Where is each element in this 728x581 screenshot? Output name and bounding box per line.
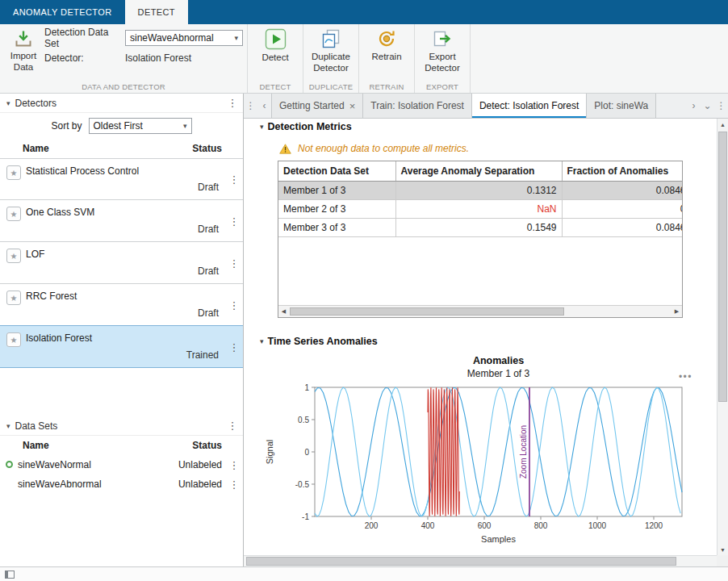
dataset-name: sineWaveNormal [18, 459, 91, 470]
document-tab[interactable]: Train: Isolation Forest [363, 94, 472, 118]
detectors-panel-header[interactable]: ▾ Detectors ⋮ [0, 94, 243, 113]
hscroll-thumb[interactable] [290, 307, 564, 316]
time-series-anomalies-section-header[interactable]: ▾ Time Series Anomalies [260, 336, 717, 347]
chevron-down-icon: ▾ [183, 122, 187, 130]
metrics-cell: 0 [562, 200, 682, 219]
dataset-name: sineWaveAbnormal [18, 479, 102, 490]
datasets-panel-title: Data Sets [15, 420, 227, 432]
detector-name: LOF [26, 249, 44, 260]
collapse-arrow-icon: ▾ [6, 99, 10, 107]
metrics-column-header[interactable]: Average Anomaly Separation [395, 161, 562, 182]
metrics-cell: NaN [395, 200, 562, 219]
main-horizontal-scrollbar[interactable] [244, 555, 717, 566]
anomalies-plot-axes[interactable]: 20040060080010001200-1-0.500.51Zoom Loca… [260, 379, 702, 547]
export-detector-button[interactable]: Export Detector [422, 28, 462, 74]
sort-by-dropdown[interactable]: Oldest First ▾ [89, 118, 192, 134]
detect-play-icon [265, 28, 287, 50]
detector-list-item[interactable]: ★ RRC Forest Draft ⋮ [0, 284, 243, 326]
collapse-arrow-icon: ▾ [260, 123, 264, 131]
status-bar [0, 566, 728, 581]
dataset-item-menu-icon[interactable]: ⋮ [228, 479, 240, 490]
dataset-list-item[interactable]: sineWaveNormal Unlabeled ⋮ [0, 455, 243, 474]
detector-list-item[interactable]: ★ LOF Draft ⋮ [0, 242, 243, 284]
detect-button[interactable]: Detect [255, 28, 295, 63]
favorite-star-icon: ★ [6, 207, 21, 221]
detector-list-item[interactable]: ★ Statistical Process Control Draft ⋮ [0, 158, 243, 200]
metrics-table-widget: Detection Data SetAverage Anomaly Separa… [278, 161, 683, 318]
collapse-arrow-icon: ▾ [6, 422, 10, 430]
scroll-up-arrow-icon[interactable]: ▲ [718, 119, 728, 130]
toolstrip-tab-anomaly-detector[interactable]: ANOMALY DETECTOR [0, 0, 125, 24]
detector-item-menu-icon[interactable]: ⋮ [228, 215, 240, 226]
metrics-table-row[interactable]: Member 2 of 3NaN0 [278, 200, 682, 219]
metrics-table-row[interactable]: Member 3 of 30.15490.0846 [278, 219, 682, 237]
section-label-duplicate: DUPLICATE [303, 82, 358, 91]
import-data-button[interactable]: Import Data [4, 27, 43, 73]
metrics-table-row[interactable]: Member 1 of 30.13120.0846 [278, 182, 682, 200]
sort-by-label: Sort by [51, 120, 82, 132]
dataset-list-item[interactable]: sineWaveAbnormal Unlabeled ⋮ [0, 474, 243, 494]
detectors-panel-menu-icon[interactable]: ⋮ [227, 98, 238, 108]
datasets-panel-header[interactable]: ▾ Data Sets ⋮ [0, 416, 243, 436]
datasets-list-header: Name Status [0, 436, 243, 455]
detector-list-item[interactable]: ★ Isolation Forest Trained ⋮ [0, 326, 243, 368]
document-tab[interactable]: Detect: Isolation Forest [472, 94, 587, 118]
detector-name: Statistical Process Control [26, 165, 139, 177]
detector-item-menu-icon[interactable]: ⋮ [228, 174, 240, 185]
tab-overflow-icon[interactable]: ⌄ [701, 94, 714, 118]
datasets-panel-menu-icon[interactable]: ⋮ [227, 420, 238, 431]
scrollbar-corner [717, 555, 728, 566]
favorite-star-icon: ★ [6, 165, 21, 180]
document-tab[interactable]: Plot: sineWa [587, 94, 656, 118]
scroll-tabs-right-icon[interactable]: › [687, 94, 701, 118]
document-tab-label: Getting Started [279, 100, 345, 111]
favorite-star-icon: ★ [6, 290, 21, 305]
detection-metrics-section-header[interactable]: ▾ Detection Metrics [260, 121, 717, 132]
data-detector-fields: Detection Data Set sineWaveAbnormal ▾ De… [44, 27, 243, 73]
svg-text:800: 800 [534, 521, 548, 530]
toolbar-section-export: Export Detector EXPORT [415, 24, 471, 93]
detector-item-menu-icon[interactable]: ⋮ [228, 341, 240, 352]
detection-data-set-label: Detection Data Set [44, 27, 125, 49]
svg-text:-0.5: -0.5 [295, 480, 310, 489]
detector-list-item[interactable]: ★ One Class SVM Draft ⋮ [0, 200, 243, 242]
column-header-status: Status [192, 440, 222, 451]
detector-name: One Class SVM [26, 207, 94, 218]
sort-by-value: Oldest First [94, 120, 143, 132]
scroll-left-arrow-icon[interactable]: ◀ [278, 306, 289, 317]
chart-options-button[interactable]: ••• [679, 371, 692, 382]
main-vertical-scrollbar[interactable]: ▲ ▼ [717, 119, 728, 555]
favorite-star-icon: ★ [6, 249, 21, 263]
toolstrip-tabbar: ANOMALY DETECTOR DETECT [0, 0, 728, 24]
close-icon[interactable]: × [349, 100, 356, 112]
detector-item-menu-icon[interactable]: ⋮ [228, 257, 240, 268]
document-tab[interactable]: Getting Started × [271, 94, 363, 118]
column-header-name: Name [23, 143, 49, 154]
hscroll-thumb[interactable] [246, 557, 676, 566]
section-label-data-and-detector: DATA AND DETECTOR [0, 82, 247, 91]
detector-item-menu-icon[interactable]: ⋮ [228, 299, 240, 310]
duplicate-detector-button[interactable]: Duplicate Detector [311, 28, 351, 74]
detection-data-set-combobox[interactable]: sineWaveAbnormal ▾ [125, 30, 243, 46]
metrics-table-hscrollbar[interactable]: ◀ ▶ [278, 305, 682, 317]
scroll-tabs-left-icon[interactable]: ‹ [257, 94, 271, 118]
document-tab-label: Plot: sineWa [594, 100, 648, 111]
scroll-right-arrow-icon[interactable]: ▶ [672, 306, 682, 317]
warning-text: Not enough data to compute all metrics. [298, 143, 469, 154]
vscroll-thumb[interactable] [718, 132, 727, 402]
scroll-down-arrow-icon[interactable]: ▼ [718, 544, 728, 555]
dataset-list: sineWaveNormal Unlabeled ⋮ sineWaveAbnor… [0, 455, 243, 494]
document-tab-label: Train: Isolation Forest [370, 100, 464, 111]
document-area: ⋮ ‹ Getting Started × Train: Isolation F… [244, 94, 728, 566]
toolbar-section-duplicate: Duplicate Detector DUPLICATE [303, 24, 359, 93]
retrain-button[interactable]: Retrain [366, 28, 407, 62]
metrics-column-header[interactable]: Fraction of Anomalies [562, 161, 682, 182]
metrics-column-header[interactable]: Detection Data Set [278, 161, 395, 182]
toolstrip-tab-detect[interactable]: DETECT [125, 0, 188, 24]
panel-toggle-icon[interactable] [5, 571, 15, 579]
tabbar-menu-icon[interactable]: ⋮ [714, 94, 728, 118]
import-data-icon [14, 29, 33, 48]
warning-icon [279, 144, 291, 154]
metrics-cell: 0.0846 [562, 219, 682, 237]
dataset-item-menu-icon[interactable]: ⋮ [228, 460, 240, 470]
